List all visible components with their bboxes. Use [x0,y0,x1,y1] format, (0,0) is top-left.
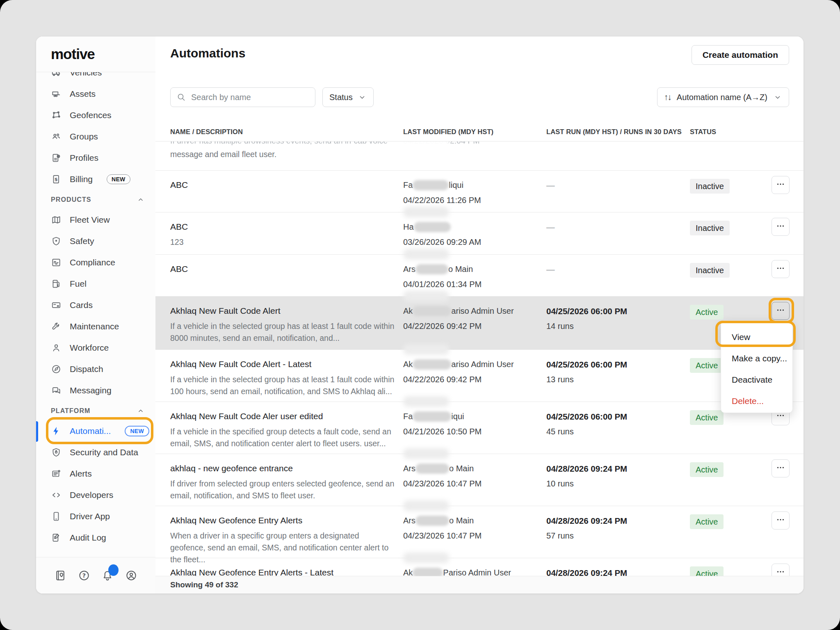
automation-name: ABC [170,179,403,191]
sidebar-section-products[interactable]: PRODUCTS [36,190,155,209]
menu-item-delete[interactable]: Delete... [721,390,792,412]
sidebar-item-workforce[interactable]: Workforce [36,337,155,358]
modified-date: 04/01/2026 01:34 PM [403,279,546,290]
audit-icon [50,532,62,543]
column-header: STATUS [690,128,767,141]
automation-description: If a vehicle in the selected group has a… [170,320,395,344]
sidebar-item-fleet-view[interactable]: Fleet View [36,209,155,231]
sidebar-item-label: Workforce [70,343,109,353]
app-window: motive VehiclesAssetsGeofencesGroupsProf… [36,37,803,593]
redacted-name [413,180,449,190]
sidebar-item-audit-log[interactable]: Audit Log [36,527,155,548]
sidebar-item-label: Cards [70,300,93,310]
wrench-icon [50,321,62,332]
sidebar-item-compliance[interactable]: Compliance [36,252,155,273]
svg-text:$: $ [54,176,57,182]
groups-icon [50,131,62,142]
filter-bar: Status ↑↓ Automation name (A→Z) [170,87,789,107]
sort-dropdown[interactable]: ↑↓ Automation name (A→Z) [657,87,789,107]
sidebar-item-assets[interactable]: Assets [36,83,155,105]
help-icon[interactable]: ? [78,569,90,582]
sidebar-item-vehicles[interactable]: Vehicles [36,72,155,83]
row-menu-button[interactable] [772,260,790,278]
table-row[interactable]: ABCArso Main04/01/2026 01:34 PM—Inactive [155,255,803,297]
table-row-partial[interactable]: If driver has multiple drowsiness events… [155,142,803,171]
search-box[interactable] [170,87,315,107]
sidebar-item-label: Assets [70,89,96,99]
menu-item-make-a-copy[interactable]: Make a copy... [721,348,792,369]
sidebar-item-developers[interactable]: Developers [36,484,155,506]
row-menu-button[interactable] [772,176,790,194]
last-run-date: 04/25/2026 06:00 PM [546,359,690,370]
sidebar-item-cards[interactable]: Cards [36,294,155,316]
chat-icon [50,385,62,396]
column-header: NAME / DESCRIPTION [170,128,403,141]
table-row[interactable]: Akhlaq New Fault Code AlertIf a vehicle … [155,297,803,350]
table-row[interactable]: Akhlaq New Geofence Entry AlertsWhen a d… [155,506,803,558]
ellipsis-icon [776,180,785,190]
status-filter-dropdown[interactable]: Status [322,87,374,107]
table-row[interactable]: ABCFaliqui04/22/2026 11:26 PM—Inactive [155,171,803,212]
clipped-description: If driver has multiple drowsiness events… [170,142,400,148]
redacted-name [414,222,451,232]
create-automation-button[interactable]: Create automation [692,45,789,65]
automation-name: akhlaq - new geofence entrance [170,463,403,474]
sidebar-item-automati[interactable]: Automati...NEW [36,420,155,442]
notification-dot [108,564,119,576]
sidebar-item-fuel[interactable]: Fuel [36,273,155,294]
modified-date: 04/21/2026 10:50 PM [403,426,546,437]
sidebar-item-security-and-data[interactable]: Security and Data [36,442,155,463]
redacted-name [415,264,448,274]
table-row[interactable]: Akhlaq New Fault Code Aler user editedIf… [155,402,803,454]
sidebar-item-billing[interactable]: $BillingNEW [36,169,155,190]
table-row[interactable]: ABC123Ha03/26/2026 09:29 AM—Inactive [155,212,803,255]
desktop-background: motive VehiclesAssetsGeofencesGroupsProf… [0,0,840,630]
truck-icon [50,72,62,78]
sidebar-item-geofences[interactable]: Geofences [36,105,155,126]
sidebar-section-platform[interactable]: PLATFORM [36,401,155,420]
profile-doc-icon [50,153,62,164]
row-menu-button[interactable] [772,511,790,530]
menu-item-view[interactable]: View [721,326,792,348]
bell-icon[interactable] [101,569,114,582]
column-header: LAST MODIFIED (MDY HST) [403,128,546,141]
sidebar-item-messaging[interactable]: Messaging [36,380,155,401]
status-badge: Inactive [690,179,730,194]
row-menu-button[interactable] [772,459,790,477]
contacts-icon[interactable] [54,569,66,582]
new-badge: NEW [125,426,149,436]
row-menu-button[interactable] [772,218,790,236]
sidebar-item-dispatch[interactable]: Dispatch [36,358,155,380]
modified-date: 04/22/2026 11:26 PM [403,195,546,206]
search-input[interactable] [190,92,309,103]
status-badge: Active [690,410,724,425]
chevron-up-icon [137,196,145,204]
account-icon[interactable] [125,569,137,582]
sidebar-item-label: Groups [70,132,98,142]
sidebar-item-label: Billing [70,174,93,184]
automation-description: If driver from selected group enters sel… [170,478,395,502]
sidebar-item-maintenance[interactable]: Maintenance [36,316,155,337]
last-run-date: 04/25/2026 06:00 PM [546,306,690,317]
sidebar-item-groups[interactable]: Groups [36,126,155,147]
page-title: Automations [170,46,245,60]
sidebar-item-driver-app[interactable]: Driver App [36,506,155,527]
no-runs-dash: — [546,222,555,232]
sidebar-item-safety[interactable]: Safety [36,231,155,252]
person-icon [50,342,62,354]
sidebar-item-alerts[interactable]: Alerts [36,463,155,484]
menu-item-deactivate[interactable]: Deactivate [721,369,792,390]
redacted-name [415,516,449,526]
table-row[interactable]: Akhlaq New Fault Code Alert - LatestIf a… [155,350,803,402]
shield-lock-icon [50,447,62,458]
redacted-name [413,411,451,422]
runs-count: 13 runs [546,374,690,385]
sidebar-item-profiles[interactable]: Profiles [36,147,155,169]
table-header-row: NAME / DESCRIPTIONLAST MODIFIED (MDY HST… [155,124,803,142]
table-row[interactable]: akhlaq - new geofence entranceIf driver … [155,454,803,506]
row-menu-button[interactable] [772,302,790,320]
ellipsis-icon [776,221,785,232]
fuel-icon [50,278,62,290]
sidebar-item-label: Driver App [70,511,110,521]
sidebar-item-label: Fuel [70,279,87,289]
